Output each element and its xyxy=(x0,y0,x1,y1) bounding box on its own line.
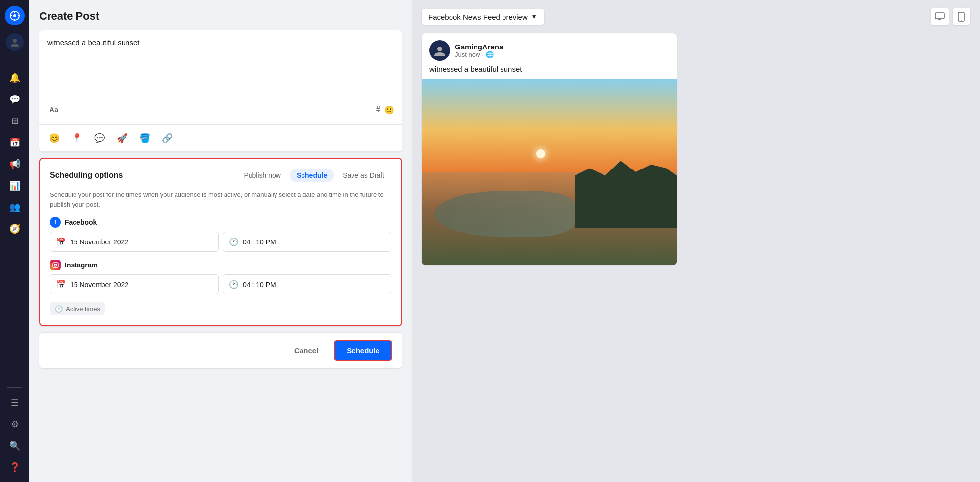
scheduling-title: Scheduling options xyxy=(50,171,123,180)
fb-post-meta: GamingArena Just now · 🌐 xyxy=(455,43,503,58)
preview-selector-label: Facebook News Feed preview xyxy=(428,13,528,21)
text-format-icon[interactable]: Aa xyxy=(47,103,61,117)
text-area-container: witnessed a beautiful sunset Aa # 🙂 xyxy=(39,30,402,125)
sidebar-bottom: ☰ ⚙ 🔍 ❓ xyxy=(6,386,24,476)
fb-username: GamingArena xyxy=(455,43,503,51)
page-title: Create Post xyxy=(39,10,402,23)
svg-point-8 xyxy=(54,264,57,266)
text-tool-right: # 🙂 xyxy=(376,105,394,115)
instagram-time-field[interactable]: 🕐 04 : 10 PM xyxy=(223,274,391,294)
right-panel: Facebook News Feed preview ▼ xyxy=(412,0,980,482)
svg-point-1 xyxy=(13,14,16,17)
media-tools: 😊 📍 💬 🚀 🪣 🔗 xyxy=(39,125,402,152)
facebook-date-field[interactable]: 📅 15 November 2022 xyxy=(50,232,219,252)
post-textarea[interactable]: witnessed a beautiful sunset xyxy=(47,38,394,97)
fb-preview-card: GamingArena Just now · 🌐 witnessed a bea… xyxy=(422,33,677,265)
menu-icon[interactable]: ☰ xyxy=(6,394,24,411)
tab-schedule[interactable]: Schedule xyxy=(290,169,334,182)
svg-point-6 xyxy=(13,39,17,43)
help-icon[interactable]: ❓ xyxy=(6,458,24,476)
mobile-preview-icon[interactable] xyxy=(953,8,970,25)
svg-point-14 xyxy=(961,20,962,21)
sidebar-divider-bottom xyxy=(7,387,22,388)
app-logo xyxy=(5,6,25,25)
svg-point-15 xyxy=(437,47,442,51)
facebook-platform-section: f Facebook 📅 15 November 2022 🕐 04 : 10 … xyxy=(50,217,391,252)
instagram-icon xyxy=(50,260,61,270)
cancel-button[interactable]: Cancel xyxy=(284,340,328,361)
people-icon[interactable]: 👥 xyxy=(6,198,24,216)
fb-post-text: witnessed a beautiful sunset xyxy=(422,65,677,79)
instagram-date-value: 15 November 2022 xyxy=(70,281,128,289)
instagram-platform-section: Instagram 📅 15 November 2022 🕐 04 : 10 P… xyxy=(50,260,391,294)
facebook-time-field[interactable]: 🕐 04 : 10 PM xyxy=(223,232,391,252)
hash-icon[interactable]: # xyxy=(376,105,380,115)
active-times-icon: 🕐 xyxy=(55,305,63,313)
color-tool[interactable]: 🪣 xyxy=(137,131,152,145)
facebook-time-value: 04 : 10 PM xyxy=(243,238,276,246)
emoji-insert-icon[interactable]: 🙂 xyxy=(384,105,394,115)
fb-time-text: Just now xyxy=(455,51,480,58)
search-icon[interactable]: 🔍 xyxy=(6,437,24,455)
emoji-tool[interactable]: 😊 xyxy=(47,131,62,145)
instagram-date-field[interactable]: 📅 15 November 2022 xyxy=(50,274,219,294)
fb-separator: · xyxy=(482,51,484,58)
instagram-time-value: 04 : 10 PM xyxy=(243,281,276,289)
link-tool[interactable]: 🔗 xyxy=(160,131,175,145)
svg-point-9 xyxy=(56,263,57,264)
facebook-date-value: 15 November 2022 xyxy=(70,238,128,246)
preview-dropdown-icon: ▼ xyxy=(531,13,537,20)
fb-post-header: GamingArena Just now · 🌐 xyxy=(422,33,677,65)
notification-icon[interactable]: 🔔 xyxy=(6,69,24,87)
message-icon[interactable]: 💬 xyxy=(6,91,24,108)
desktop-preview-icon[interactable] xyxy=(931,8,949,25)
calendar-icon-ig: 📅 xyxy=(56,280,66,289)
compass-icon[interactable]: 🧭 xyxy=(6,220,24,238)
preview-selector[interactable]: Facebook News Feed preview ▼ xyxy=(422,9,544,25)
chart-icon[interactable]: 📊 xyxy=(6,177,24,194)
facebook-platform-label: f Facebook xyxy=(50,217,391,228)
user-avatar[interactable] xyxy=(6,33,24,51)
megaphone-icon[interactable]: 📢 xyxy=(6,155,24,173)
fb-privacy-icon: 🌐 xyxy=(486,51,494,58)
sunset-sky xyxy=(422,79,677,181)
boost-tool[interactable]: 🚀 xyxy=(115,131,129,145)
calendar-icon[interactable]: 📅 xyxy=(6,134,24,151)
sidebar: 🔔 💬 ⊞ 📅 📢 📊 👥 🧭 ☰ ⚙ 🔍 ❓ xyxy=(0,0,29,482)
scheduling-header: Scheduling options Publish now Schedule … xyxy=(50,169,391,182)
facebook-icon: f xyxy=(50,217,61,228)
clock-icon-fb: 🕐 xyxy=(229,237,239,246)
sidebar-divider-top xyxy=(7,63,22,63)
instagram-label: Instagram xyxy=(65,261,98,269)
sunset-road xyxy=(434,191,575,237)
scheduling-section: Scheduling options Publish now Schedule … xyxy=(39,158,402,326)
active-times-link[interactable]: 🕐 Active times xyxy=(50,302,105,315)
tab-publish-now[interactable]: Publish now xyxy=(237,169,288,182)
location-tool[interactable]: 📍 xyxy=(70,131,84,145)
clock-icon-ig: 🕐 xyxy=(229,280,239,289)
action-bar: Cancel Schedule xyxy=(39,332,402,368)
main-content: Create Post witnessed a beautiful sunset… xyxy=(29,0,980,482)
instagram-platform-label: Instagram xyxy=(50,260,391,270)
text-tools: Aa # 🙂 xyxy=(47,99,394,117)
svg-rect-10 xyxy=(935,13,944,19)
tab-save-draft[interactable]: Save as Draft xyxy=(336,169,391,182)
fb-post-image xyxy=(422,79,677,265)
settings-icon[interactable]: ⚙ xyxy=(6,415,24,433)
scheduling-tabs: Publish now Schedule Save as Draft xyxy=(237,169,391,182)
preview-device-icons xyxy=(931,8,970,25)
facebook-datetime-row: 📅 15 November 2022 🕐 04 : 10 PM xyxy=(50,232,391,252)
left-panel: Create Post witnessed a beautiful sunset… xyxy=(29,0,412,482)
facebook-label: Facebook xyxy=(65,218,97,226)
svg-rect-7 xyxy=(53,263,58,268)
fb-time: Just now · 🌐 xyxy=(455,51,503,58)
fb-avatar xyxy=(429,40,450,61)
messenger-tool[interactable]: 💬 xyxy=(92,131,107,145)
schedule-button[interactable]: Schedule xyxy=(334,340,392,361)
calendar-icon-fb: 📅 xyxy=(56,237,66,246)
scheduling-description: Schedule your post for the times when yo… xyxy=(50,190,391,209)
preview-header: Facebook News Feed preview ▼ xyxy=(422,8,970,25)
grid-icon[interactable]: ⊞ xyxy=(6,112,24,130)
instagram-datetime-row: 📅 15 November 2022 🕐 04 : 10 PM xyxy=(50,274,391,294)
editor-card: witnessed a beautiful sunset Aa # 🙂 😊 📍 … xyxy=(39,30,402,152)
